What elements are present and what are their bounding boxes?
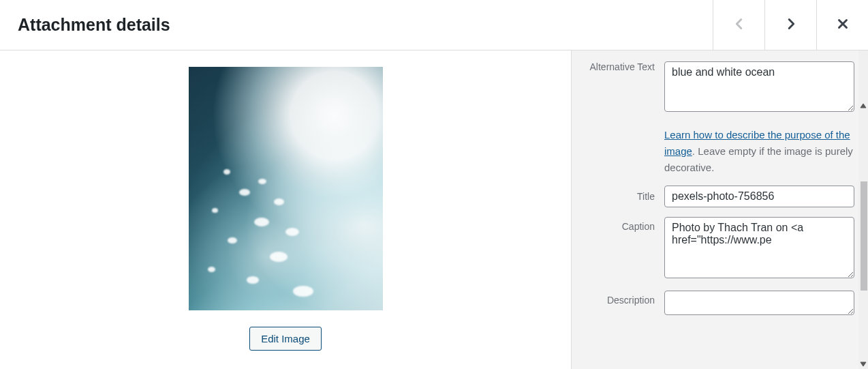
alt-label: Alternative Text	[587, 61, 664, 72]
caption-label: Caption	[587, 217, 664, 232]
chevron-right-icon	[784, 16, 799, 33]
title-input[interactable]	[664, 186, 854, 207]
attachment-image	[189, 67, 383, 310]
description-input[interactable]	[664, 291, 854, 315]
close-button[interactable]	[816, 0, 868, 50]
modal-title: Attachment details	[18, 15, 170, 35]
alt-text-input[interactable]	[664, 61, 854, 112]
edit-image-button[interactable]: Edit Image	[249, 327, 322, 351]
caption-control	[664, 217, 854, 281]
attachment-details-modal: Attachment details	[0, 0, 868, 369]
scroll-down-icon	[858, 359, 868, 369]
alt-help-suffix: . Leave empty if the image is purely dec…	[664, 145, 853, 173]
description-label: Description	[587, 291, 664, 306]
field-row-caption: Caption	[587, 217, 854, 281]
prev-button[interactable]	[713, 0, 764, 50]
caption-input[interactable]	[664, 217, 854, 278]
description-control	[664, 291, 854, 318]
alt-control: Learn how to describe the purpose of the…	[664, 61, 854, 176]
alt-help-text: Learn how to describe the purpose of the…	[664, 127, 854, 176]
close-icon	[835, 16, 850, 33]
svg-marker-3	[861, 362, 866, 366]
details-scrollbar[interactable]	[858, 50, 868, 369]
scroll-up-icon	[858, 101, 868, 110]
modal-header: Attachment details	[0, 0, 868, 50]
title-label: Title	[587, 191, 664, 202]
preview-pane: Edit Image	[0, 50, 571, 369]
header-nav	[713, 0, 868, 50]
field-row-alt: Alternative Text Learn how to describe t…	[587, 61, 854, 176]
modal-body: Edit Image Alternative Text Learn how to…	[0, 50, 868, 369]
title-control	[664, 186, 854, 207]
field-row-title: Title	[587, 186, 854, 207]
details-pane: Alternative Text Learn how to describe t…	[571, 50, 868, 369]
next-button[interactable]	[764, 0, 816, 50]
svg-marker-2	[861, 104, 866, 108]
field-row-description: Description	[587, 291, 854, 318]
scroll-thumb[interactable]	[861, 181, 867, 291]
chevron-left-icon	[732, 16, 747, 33]
